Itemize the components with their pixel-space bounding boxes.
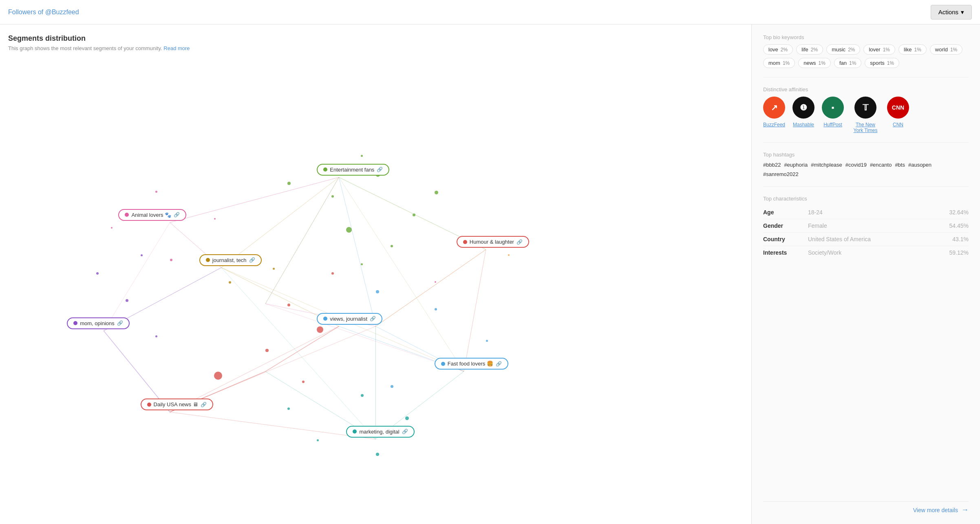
keyword-pct: 1% <box>950 47 957 53</box>
segment-entertainment-fans[interactable]: Entertainment fans 🔗 <box>317 164 389 176</box>
keyword-chip: fan1% <box>834 58 861 68</box>
char-key: Age <box>763 209 808 216</box>
segment-label: Fast food lovers 🍔 <box>448 361 493 367</box>
scatter-dot <box>331 272 334 275</box>
scatter-dot <box>265 349 269 352</box>
keyword-chip: music2% <box>826 44 860 55</box>
segment-animal-lovers[interactable]: Animal lovers 🐾 🔗 <box>118 209 186 221</box>
affinity-buzzfeed[interactable]: ↗ BuzzFeed <box>763 97 785 128</box>
char-pct: 32.64% <box>949 209 969 216</box>
actions-button[interactable]: Actions ▾ <box>931 5 972 20</box>
link-icon: 🔗 <box>174 212 180 218</box>
scatter-dot <box>155 335 157 337</box>
scatter-dot <box>435 308 437 310</box>
divider-1 <box>763 77 969 77</box>
segment-label: Daily USA news 🖥 <box>154 401 198 407</box>
affinity-name: The New York Times <box>851 122 880 133</box>
svg-line-24 <box>104 222 170 331</box>
keyword-pct: 2% <box>811 47 818 53</box>
graph-area: Animal lovers 🐾 🔗 Entertainment fans 🔗 j… <box>8 55 743 507</box>
characteristic-age: Age 18-24 32.64% <box>763 206 969 219</box>
affinity-the-new-york-times[interactable]: 𝕋 The New York Times <box>851 97 880 133</box>
scatter-dot <box>361 263 363 265</box>
hashtags-section: Top hashtags #bbb22#euphoria#mitchplease… <box>763 152 969 177</box>
scatter-dot <box>331 195 334 198</box>
char-value: United States of America <box>808 236 952 242</box>
link-icon: 🔗 <box>201 402 207 407</box>
svg-line-6 <box>376 249 486 326</box>
characteristics-section: Top characteristics Age 18-24 32.64% Gen… <box>763 196 969 259</box>
keyword-word: world <box>935 46 948 53</box>
svg-line-29 <box>221 268 376 439</box>
divider-3 <box>763 186 969 187</box>
char-key: Country <box>763 236 808 242</box>
affinity-name: BuzzFeed <box>763 122 785 128</box>
divider-2 <box>763 142 969 143</box>
char-key: Gender <box>763 222 808 229</box>
affinity-huffpost[interactable]: ▪ HuffPost <box>822 97 844 128</box>
view-more-link[interactable]: View more details → <box>763 501 969 514</box>
affinity-name: CNN <box>893 122 903 128</box>
hashtag: #mitchplease <box>811 162 842 168</box>
scatter-dot <box>302 381 305 383</box>
affinity-icon: ↗ <box>763 97 785 119</box>
link-icon: 🔗 <box>377 167 383 172</box>
segment-label: views, journalist <box>330 316 367 322</box>
affinity-cnn[interactable]: CNN CNN <box>887 97 909 128</box>
svg-line-15 <box>265 177 339 304</box>
keyword-pct: 2% <box>848 47 855 53</box>
scatter-dot <box>214 372 222 380</box>
segment-mom-opinions[interactable]: mom, opinions 🔗 <box>67 317 130 329</box>
segment-fast-food-lovers[interactable]: Fast food lovers 🍔 🔗 <box>435 358 508 370</box>
segment-label: journalist, tech <box>212 257 247 263</box>
scatter-dot <box>391 385 393 388</box>
link-icon: 🔗 <box>402 429 408 434</box>
hashtag: #euphoria <box>784 162 808 168</box>
segment-humour-laughter[interactable]: Humour & laughter 🔗 <box>457 236 529 248</box>
keyword-word: life <box>801 46 808 53</box>
segment-marketing-digital[interactable]: marketing, digital 🔗 <box>346 426 414 438</box>
affinity-mashable[interactable]: ❶ Mashable <box>792 97 814 128</box>
scatter-dot <box>361 394 364 397</box>
bio-keywords-label: Top bio keywords <box>763 34 969 40</box>
segment-daily-usa-news[interactable]: Daily USA news 🖥 🔗 <box>141 399 213 410</box>
segment-views-journalist[interactable]: views, journalist 🔗 <box>317 313 382 325</box>
top-bar: Followers of @Buzzfeed Actions ▾ <box>0 0 980 24</box>
scatter-dot <box>361 155 363 157</box>
segment-label: marketing, digital <box>359 429 399 435</box>
scatter-dot <box>317 326 323 333</box>
keyword-pct: 1% <box>887 60 894 66</box>
hashtags-row: #bbb22#euphoria#mitchplease#covid19#enca… <box>763 162 969 177</box>
scatter-dot <box>287 407 290 410</box>
read-more-link[interactable]: Read more <box>163 45 190 51</box>
svg-line-5 <box>339 177 375 326</box>
keyword-word: sports <box>870 60 884 66</box>
scatter-dot <box>287 304 290 306</box>
affinity-name: HuffPost <box>823 122 842 128</box>
actions-label: Actions <box>938 9 958 15</box>
keyword-pct: 2% <box>781 47 788 53</box>
link-icon: 🔗 <box>117 320 123 326</box>
page-title[interactable]: Followers of @Buzzfeed <box>8 9 79 16</box>
scatter-dot <box>508 254 510 256</box>
view-more-label: View more details <box>913 507 958 513</box>
keyword-word: news <box>803 60 816 66</box>
char-value: Society/Work <box>808 249 949 256</box>
keyword-pct: 1% <box>914 47 921 53</box>
keyword-pct: 1% <box>819 60 825 66</box>
link-icon: 🔗 <box>516 239 523 245</box>
svg-line-12 <box>170 412 376 439</box>
scatter-dot <box>155 191 157 193</box>
main-layout: Segments distribution This graph shows t… <box>0 24 980 524</box>
characteristic-interests: Interests Society/Work 59.12% <box>763 246 969 259</box>
svg-line-0 <box>170 177 339 222</box>
bio-keywords-section: Top bio keywords love2%life2%music2%love… <box>763 34 969 68</box>
svg-line-7 <box>464 249 486 371</box>
keyword-word: like <box>904 46 912 53</box>
scatter-dot <box>287 182 291 185</box>
scatter-dot <box>229 281 231 284</box>
keyword-chip: world1% <box>930 44 962 55</box>
link-icon: 🔗 <box>249 257 255 263</box>
view-more-arrow: → <box>961 506 969 514</box>
segment-journalist-tech[interactable]: journalist, tech 🔗 <box>199 254 262 266</box>
